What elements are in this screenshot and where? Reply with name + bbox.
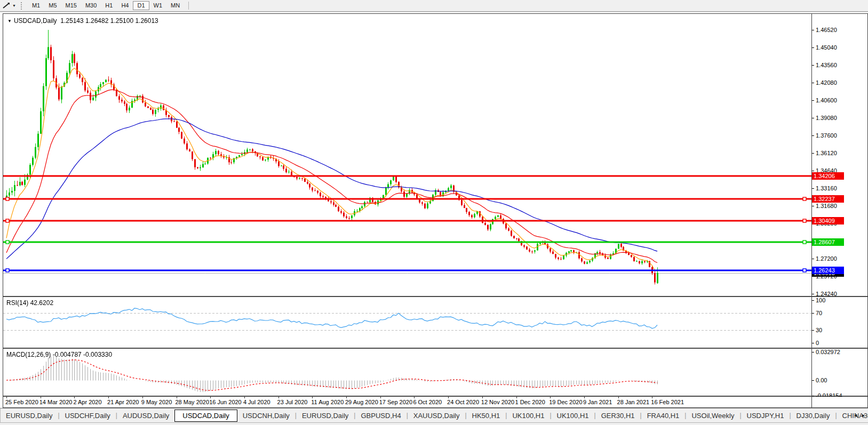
price-tick-mark — [812, 294, 814, 294]
bottom-tab-uk100-h1[interactable]: UK100,H1 — [552, 410, 594, 421]
bottom-tab-xauusd-daily[interactable]: XAUUSD,Daily — [408, 410, 465, 421]
hline-price-tag-1.34206: 1.34206 — [812, 172, 844, 180]
bottom-tab-uk100-h1[interactable]: UK100,H1 — [507, 410, 550, 421]
chart-collapse-icon[interactable]: ▼ — [7, 19, 12, 23]
price-tick-label: 1.39080 — [816, 115, 837, 121]
rsi-label: RSI(14) 42.6202 — [6, 299, 53, 307]
timeframe-button-mn[interactable]: MN — [166, 1, 184, 10]
price-tick-mark — [812, 30, 814, 30]
date-tick-mark — [346, 397, 347, 398]
toolbar-divider — [188, 2, 189, 10]
toolbar-grip — [21, 2, 23, 10]
price-tick-label: 1.31680 — [816, 203, 837, 209]
date-label: 2 Apr 2020 — [73, 399, 101, 405]
rsi-axis: 10070300 — [811, 297, 867, 348]
bottom-tab-audusd-daily[interactable]: AUDUSD,Daily — [117, 410, 174, 421]
macd-label: MACD(12,26,9) -0.004787 -0.003330 — [6, 351, 112, 358]
timeframe-button-w1[interactable]: W1 — [149, 1, 167, 10]
rsi-tick-mark — [812, 330, 814, 331]
date-tick-mark — [244, 397, 245, 398]
macd-canvas[interactable] — [3, 349, 811, 396]
timeframe-button-m30[interactable]: M30 — [81, 1, 101, 10]
bottom-tab-usdcnh-daily[interactable]: USDCNH,Daily — [237, 410, 295, 421]
date-axis-corner — [811, 397, 867, 407]
bottom-strip — [0, 422, 868, 425]
date-tick-mark — [278, 397, 279, 398]
rsi-panel: RSI(14) 42.6202 10070300 — [3, 297, 867, 349]
price-tick-label: 1.40600 — [816, 97, 837, 103]
date-tick-mark — [74, 397, 75, 398]
hline-price-tag-1.30409: 1.30409 — [812, 217, 844, 224]
price-tick-mark — [812, 65, 814, 66]
draw-tool-button[interactable]: ▼ — [2, 2, 16, 9]
price-tick-label: 1.46520 — [816, 27, 837, 33]
rsi-tick-label: 70 — [816, 310, 822, 316]
bottom-tab-dj30-daily[interactable]: DJ30,Daily — [791, 410, 835, 421]
date-tick-mark — [550, 397, 551, 398]
macd-axis: 0.0329720.00-0.018154 — [811, 349, 867, 396]
tab-scroll-arrows: ◄► — [853, 408, 866, 422]
timeframe-button-d1[interactable]: D1 — [133, 1, 149, 10]
rsi-tick-label: 0 — [816, 340, 819, 346]
price-tick-mark — [812, 83, 814, 83]
date-label: 16 Jun 2020 — [209, 399, 242, 405]
price-tick-label: 1.33160 — [816, 185, 837, 191]
dropdown-arrow-icon[interactable]: ▼ — [12, 4, 16, 7]
date-tick-mark — [618, 397, 619, 398]
timeframe-button-h1[interactable]: H1 — [101, 1, 117, 10]
hline-price-tag-1.32237: 1.32237 — [812, 195, 844, 203]
price-tick-label: 1.36120 — [816, 150, 837, 156]
bottom-tab-usdcad-daily[interactable]: USDCAD,Daily — [174, 410, 237, 422]
price-tick-label: 1.43560 — [816, 62, 837, 68]
tab-scroll-left-icon[interactable]: ◄ — [853, 413, 858, 418]
bottom-tab-hk50-h1[interactable]: HK50,H1 — [467, 410, 506, 421]
bottom-tab-usoil-weekly[interactable]: USOil,Weekly — [686, 410, 739, 421]
timeframe-button-m15[interactable]: M15 — [61, 1, 81, 10]
bottom-tab-fra40-h1[interactable]: FRA40,H1 — [642, 410, 685, 421]
bottom-tab-gbpusd-h4[interactable]: GBPUSD,H4 — [355, 410, 406, 421]
bottom-tab-eurusd-daily[interactable]: EURUSD,Daily — [1, 410, 58, 421]
chart-symbol-label: USDCAD,Daily — [14, 17, 57, 25]
date-label: 16 Feb 2021 — [651, 399, 684, 405]
date-label: 28 Jan 2021 — [617, 399, 650, 405]
trendline-tool-icon — [2, 2, 11, 9]
chart-window: ▼USDCAD,Daily 1.25143 1.26482 1.25100 1.… — [3, 13, 868, 408]
date-tick-mark — [142, 397, 143, 398]
date-label: 28 May 2020 — [176, 399, 210, 405]
price-axis: 1.465201.450401.435601.420801.406001.390… — [811, 14, 867, 296]
chart-title: ▼USDCAD,Daily 1.25143 1.26482 1.25100 1.… — [7, 17, 158, 25]
date-label: 23 Jul 2020 — [277, 399, 308, 405]
date-tick-mark — [380, 397, 381, 398]
bottom-tab-ger30-h1[interactable]: GER30,H1 — [596, 410, 640, 421]
price-tick-label: 1.27200 — [816, 255, 837, 262]
timeframe-button-m5[interactable]: M5 — [44, 1, 61, 10]
date-label: 25 Feb 2020 — [5, 399, 38, 405]
top-toolbar: ▼ M1M5M15M30H1H4D1W1MN — [0, 0, 868, 12]
hline-price-tag-1.26243: 1.26243 — [812, 267, 844, 274]
price-tick-mark — [812, 171, 814, 171]
price-tick-label: 1.42080 — [816, 79, 837, 86]
macd-panel: MACD(12,26,9) -0.004787 -0.003330 0.0329… — [3, 349, 867, 397]
date-label: 14 Mar 2020 — [39, 399, 73, 405]
bottom-tab-eurusd-daily[interactable]: EURUSD,Daily — [297, 410, 354, 421]
rsi-canvas[interactable] — [3, 297, 811, 348]
date-label: 11 Aug 2020 — [311, 399, 344, 405]
rsi-tick-mark — [812, 300, 814, 301]
macd-tick-mark — [812, 396, 814, 396]
main-chart-canvas[interactable] — [3, 14, 811, 296]
date-tick-mark — [652, 397, 652, 398]
price-tick-mark — [812, 118, 814, 118]
date-tick-mark — [482, 397, 483, 398]
price-tick-label: 1.45040 — [816, 44, 837, 51]
bottom-tab-usdchf-daily[interactable]: USDCHF,Daily — [60, 410, 116, 421]
price-tick-mark — [812, 135, 814, 136]
tab-scroll-right-icon[interactable]: ► — [861, 413, 866, 418]
macd-tick-mark — [812, 352, 814, 352]
date-tick-mark — [210, 397, 211, 398]
timeframe-button-m1[interactable]: M1 — [28, 1, 44, 10]
date-label: 21 Apr 2020 — [107, 399, 139, 405]
bottom-tab-usdjpy-h1[interactable]: USDJPY,H1 — [742, 410, 790, 421]
price-tick-mark — [812, 47, 814, 48]
timeframe-button-h4[interactable]: H4 — [117, 1, 133, 10]
date-label: 9 Jan 2021 — [583, 399, 612, 405]
